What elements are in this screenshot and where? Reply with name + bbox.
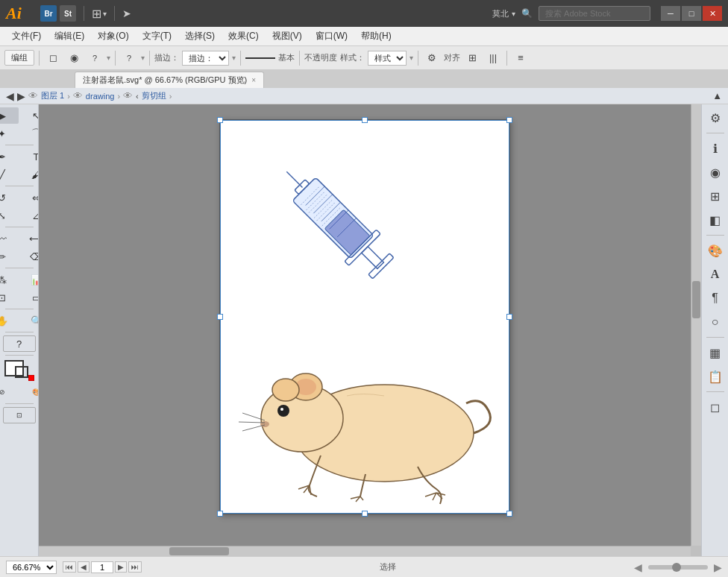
- zoom-tool[interactable]: 🔍: [20, 312, 40, 329]
- zoom-slider[interactable]: [648, 565, 708, 570]
- properties-icon[interactable]: ⚙: [705, 107, 726, 128]
- shear-tool[interactable]: ⊿: [20, 207, 40, 224]
- close-button[interactable]: ✕: [703, 6, 722, 21]
- handle-mr[interactable]: [506, 314, 512, 320]
- artboards-icon[interactable]: ◻: [705, 397, 726, 417]
- warp-tool[interactable]: 〰: [0, 230, 19, 247]
- send-icon[interactable]: ➤: [122, 7, 131, 19]
- info-icon[interactable]: ℹ: [705, 138, 726, 159]
- group-eye-icon[interactable]: 👁: [73, 90, 83, 101]
- direct-select-tool[interactable]: ↖: [20, 107, 40, 124]
- grid-dropdown-arrow[interactable]: ▾: [103, 10, 107, 18]
- view-options[interactable]: ⊞ ▾: [92, 7, 107, 21]
- tool2-icon[interactable]: ?: [120, 49, 138, 67]
- menu-edit[interactable]: 编辑(E): [48, 28, 90, 44]
- handle-tc[interactable]: [362, 117, 368, 123]
- page-input[interactable]: [91, 561, 113, 573]
- question-tool[interactable]: ?: [3, 335, 36, 352]
- circle-icon[interactable]: ◉: [65, 49, 83, 67]
- breadcrumb-group[interactable]: drawing: [86, 92, 115, 101]
- menu-select[interactable]: 选择(S): [179, 28, 221, 44]
- vertical-scrollbar-thumb[interactable]: [692, 281, 700, 318]
- grid-panel-icon[interactable]: ⊞: [705, 186, 726, 206]
- eraser-tool[interactable]: ⌫: [20, 248, 40, 265]
- adobe-stock-search[interactable]: [539, 6, 650, 21]
- distribute-icon[interactable]: |||: [484, 49, 502, 67]
- nav-first-button[interactable]: ⏮: [63, 561, 76, 573]
- menu-effect[interactable]: 效果(C): [222, 28, 265, 44]
- handle-ml[interactable]: [217, 314, 223, 320]
- align-icon[interactable]: ⊞: [463, 49, 481, 67]
- slice-tool[interactable]: ⊡: [0, 289, 19, 306]
- location-dropdown[interactable]: ▾: [512, 10, 515, 18]
- symbols-icon[interactable]: 📋: [705, 366, 726, 387]
- draw-mode[interactable]: ⊡: [3, 407, 36, 423]
- artboard-tool[interactable]: ▭: [20, 289, 40, 306]
- handle-tl[interactable]: [217, 117, 223, 123]
- grid-icon[interactable]: ⊞: [92, 7, 101, 21]
- stroke-box[interactable]: [15, 366, 28, 378]
- menu-object[interactable]: 对象(O): [92, 28, 134, 44]
- document-tab[interactable]: 注射器老鼠.svg* @ 66.67% (RGB/GPU 预览) ×: [75, 72, 264, 88]
- icon-dropdown[interactable]: ▾: [107, 54, 110, 62]
- breadcrumb-nav-right[interactable]: ▶: [17, 90, 25, 102]
- paragraph-icon[interactable]: ¶: [705, 288, 726, 309]
- handle-bl[interactable]: [217, 511, 223, 517]
- clip-eye-icon[interactable]: 👁: [123, 90, 133, 101]
- canvas-area[interactable]: [39, 104, 701, 556]
- none-color[interactable]: ⊘: [0, 384, 19, 400]
- stock-icon[interactable]: St: [60, 5, 76, 22]
- question-icon[interactable]: ?: [86, 49, 104, 67]
- menu-text[interactable]: 文字(T): [136, 28, 178, 44]
- zoom-slider-thumb[interactable]: [672, 563, 681, 572]
- hand-tool[interactable]: ✋: [0, 312, 19, 329]
- menu-help[interactable]: 帮助(H): [355, 28, 398, 44]
- magic-wand-tool[interactable]: ✦: [0, 125, 19, 142]
- rotate-tool[interactable]: ↺: [0, 189, 19, 206]
- breadcrumb-clipgroup[interactable]: 剪切组: [142, 90, 166, 101]
- snap-select[interactable]: 描边：: [182, 51, 229, 66]
- edit-group-button[interactable]: 编组: [4, 50, 34, 66]
- handle-bc[interactable]: [362, 511, 368, 517]
- style-dropdown[interactable]: ▾: [410, 54, 413, 62]
- symbol-sprayer-tool[interactable]: ⁂: [0, 271, 19, 288]
- color-picker[interactable]: 🎨: [20, 384, 40, 400]
- lasso-tool[interactable]: ⌒: [20, 125, 40, 142]
- stroke-panel-icon[interactable]: ○: [705, 312, 726, 332]
- layers-icon[interactable]: ◧: [705, 209, 726, 230]
- text-tool[interactable]: T: [20, 148, 40, 165]
- menu-window[interactable]: 窗口(W): [310, 28, 354, 44]
- minimize-button[interactable]: ─: [661, 6, 680, 21]
- handle-br[interactable]: [506, 511, 512, 517]
- status-arrow-right[interactable]: ▶: [714, 561, 722, 573]
- swatches-icon[interactable]: 🎨: [705, 240, 726, 261]
- menu-file[interactable]: 文件(F): [6, 28, 47, 44]
- breadcrumb-collapse-icon[interactable]: ▲: [712, 90, 722, 101]
- nav-prev-button[interactable]: ◀: [78, 561, 90, 573]
- tab-close-button[interactable]: ×: [251, 76, 256, 84]
- paintbrush-tool[interactable]: 🖌: [20, 166, 40, 183]
- layer-eye-icon[interactable]: 👁: [28, 90, 38, 101]
- breadcrumb-layer[interactable]: 图层 1: [41, 90, 64, 101]
- width-tool[interactable]: ⟷: [20, 230, 40, 247]
- more-options-icon[interactable]: ≡: [512, 49, 530, 67]
- nav-last-button[interactable]: ⏭: [128, 561, 142, 573]
- appearance-icon[interactable]: ◉: [705, 162, 726, 183]
- horizontal-scrollbar[interactable]: [39, 546, 691, 556]
- handle-tr[interactable]: [506, 117, 512, 123]
- nav-next-button[interactable]: ▶: [115, 561, 127, 573]
- style-select[interactable]: 样式: [368, 51, 407, 66]
- pen-tool[interactable]: ✒: [0, 148, 19, 165]
- breadcrumb-nav-left[interactable]: ◀: [6, 90, 14, 102]
- horizontal-scrollbar-thumb[interactable]: [169, 547, 229, 555]
- vertical-scrollbar[interactable]: [691, 104, 701, 546]
- brushes-icon[interactable]: ▦: [705, 342, 726, 363]
- gear-icon[interactable]: ⚙: [423, 49, 441, 67]
- select-tool[interactable]: ▶: [0, 107, 19, 124]
- scale-tool[interactable]: ⤡: [0, 207, 19, 224]
- icon-dropdown2[interactable]: ▾: [141, 54, 145, 62]
- line-tool[interactable]: ╱: [0, 166, 19, 183]
- transform-icon[interactable]: ◻: [44, 49, 62, 67]
- maximize-button[interactable]: □: [682, 6, 701, 21]
- pencil-tool[interactable]: ✏: [0, 248, 19, 265]
